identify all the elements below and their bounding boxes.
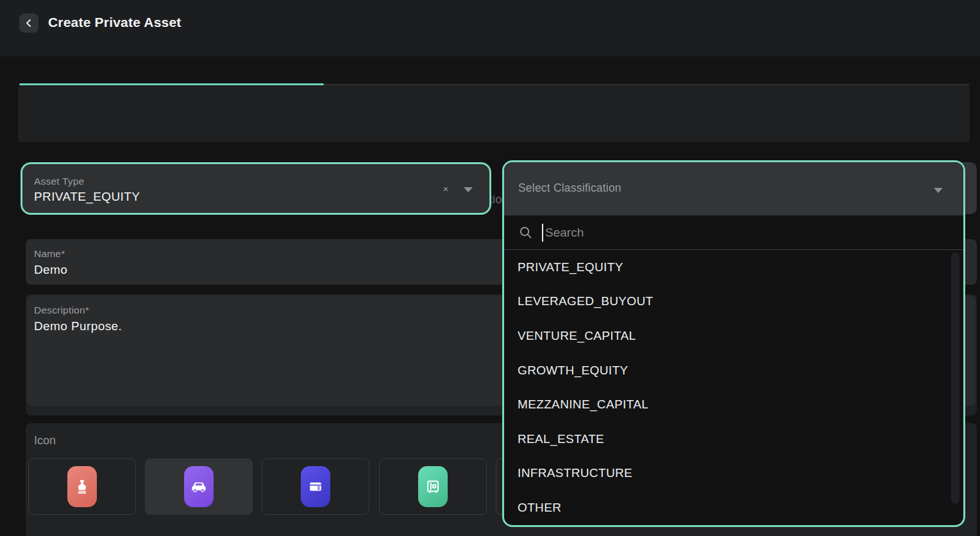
option-venture-capital[interactable]: VENTURE_CAPITAL: [504, 319, 963, 353]
option-infrastructure[interactable]: INFRASTRUCTURE: [504, 456, 963, 491]
credit-card-icon: [301, 466, 330, 507]
page-title: Create Private Asset: [48, 15, 182, 30]
chevron-left-icon: [24, 19, 33, 28]
classification-dropdown: Select Classification PRIVATE_EQUITY LEV…: [502, 160, 965, 527]
asset-type-label: Asset Type: [34, 176, 84, 187]
stepper-progress-done: [19, 83, 324, 85]
vase-icon: [67, 466, 97, 507]
classification-search-input[interactable]: [545, 226, 904, 240]
stepper-panel: 1 Classification 2 Additional Informatio…: [18, 85, 970, 142]
stepper-progress-remaining: [324, 84, 970, 85]
caret-down-icon: [934, 188, 943, 193]
classification-placeholder: Select Classification: [518, 181, 621, 195]
option-growth-equity[interactable]: GROWTH_EQUITY: [504, 353, 963, 388]
search-icon: [518, 225, 533, 240]
option-private-equity[interactable]: PRIVATE_EQUITY: [504, 250, 963, 285]
option-mezzanine-capital[interactable]: MEZZANINE_CAPITAL: [504, 387, 963, 422]
icon-tile-safe[interactable]: [379, 458, 487, 515]
icon-tile-car[interactable]: [145, 458, 253, 515]
asset-type-field[interactable]: Asset Type PRIVATE_EQUITY ×: [21, 162, 491, 215]
header-bar: Create Private Asset: [0, 0, 980, 56]
option-leveraged-buyout[interactable]: LEVERAGED_BUYOUT: [504, 285, 963, 319]
caret-down-icon[interactable]: [464, 187, 473, 192]
dropdown-scrollbar[interactable]: [951, 253, 959, 504]
back-button[interactable]: [19, 13, 38, 33]
description-label: Description*: [34, 305, 89, 316]
text-cursor: [542, 224, 543, 242]
clear-icon[interactable]: ×: [439, 182, 452, 195]
icon-tile-vase[interactable]: [28, 458, 136, 515]
car-icon: [184, 466, 214, 507]
classification-dropdown-trigger[interactable]: Select Classification: [504, 162, 963, 215]
option-real-estate[interactable]: REAL_ESTATE: [504, 422, 963, 456]
classification-search-row: [504, 215, 963, 250]
icon-tile-credit-card[interactable]: [262, 458, 369, 515]
option-other[interactable]: OTHER: [504, 490, 963, 525]
name-value: Demo: [34, 263, 67, 277]
safe-icon: [418, 466, 448, 507]
description-value: Demo Purpose.: [34, 319, 122, 333]
icon-section-label: Icon: [34, 434, 56, 448]
name-label: Name*: [34, 248, 65, 260]
classification-options-list: PRIVATE_EQUITY LEVERAGED_BUYOUT VENTURE_…: [504, 250, 963, 525]
asset-type-value: PRIVATE_EQUITY: [34, 190, 140, 204]
create-private-asset-page: Create Private Asset 1 Classification 2 …: [0, 0, 980, 536]
